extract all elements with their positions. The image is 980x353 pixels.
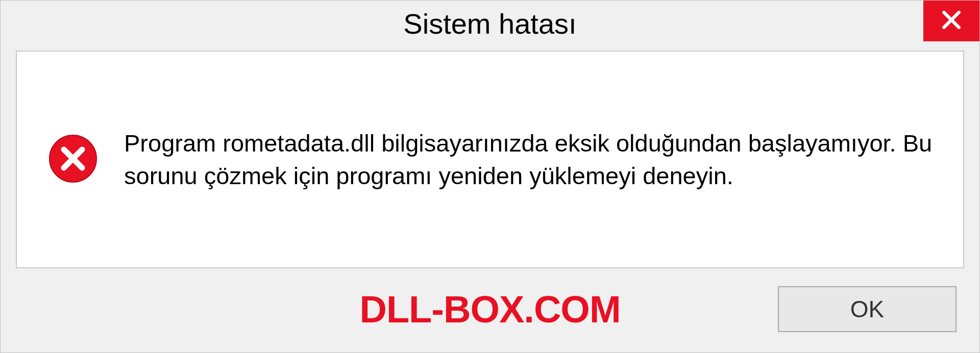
close-icon [940, 9, 963, 33]
watermark-text: DLL-BOX.COM [359, 288, 620, 331]
content-panel: Program rometadata.dll bilgisayarınızda … [16, 51, 964, 268]
dialog-title: Sistem hatası [403, 7, 576, 40]
titlebar: Sistem hatası [1, 1, 979, 46]
dialog-footer: DLL-BOX.COM OK [1, 279, 979, 352]
ok-button[interactable]: OK [778, 286, 957, 332]
close-button[interactable] [923, 1, 979, 41]
ok-button-label: OK [850, 295, 884, 323]
system-error-dialog: Sistem hatası Program rometadata.dll bil… [0, 0, 980, 353]
error-icon [47, 133, 99, 186]
error-message: Program rometadata.dll bilgisayarınızda … [124, 127, 933, 192]
